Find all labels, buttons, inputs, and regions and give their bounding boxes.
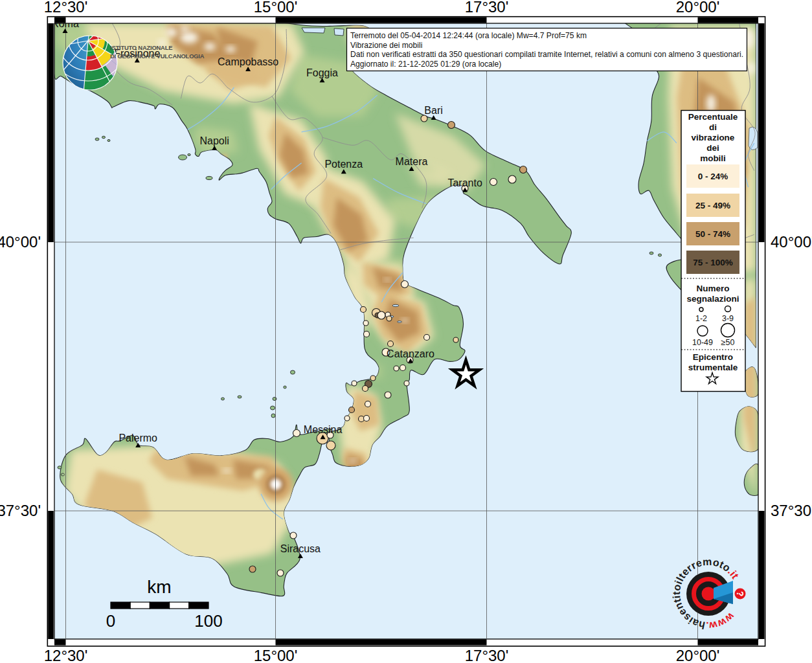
svg-text:Epicentro: Epicentro [693,352,733,362]
svg-text:≥50: ≥50 [721,338,735,347]
svg-text:0: 0 [106,611,115,631]
svg-text:Foggia: Foggia [306,67,338,78]
svg-text:0 - 24%: 0 - 24% [698,172,728,181]
svg-text:Vibrazione dei mobili: Vibrazione dei mobili [350,41,422,50]
svg-text:Potenza: Potenza [324,159,363,170]
svg-text:12°30': 12°30' [44,647,88,663]
svg-text:Siracusa: Siracusa [280,543,321,554]
svg-text:Matera: Matera [396,156,428,167]
svg-text:1-2: 1-2 [695,314,707,323]
svg-text:Terremoto del 05-04-2014 12:24: Terremoto del 05-04-2014 12:24:44 (ora l… [350,31,587,40]
svg-text:dei: dei [706,143,719,153]
svg-text:40°00': 40°00' [0,233,41,251]
svg-text:20°00': 20°00' [676,0,720,16]
svg-text:mobili: mobili [700,153,726,163]
svg-text:segnalazioni: segnalazioni [686,294,739,304]
svg-text:17°30': 17°30' [465,647,509,663]
svg-text:37°30': 37°30' [0,502,41,519]
svg-text:25 - 49%: 25 - 49% [695,201,730,210]
svg-text:12°30': 12°30' [44,0,88,16]
svg-text:37°30': 37°30' [771,502,812,519]
svg-text:DI GEOFISICA E VULCANOLOGIA: DI GEOFISICA E VULCANOLOGIA [110,52,205,60]
svg-text:50 - 74%: 50 - 74% [695,229,730,239]
svg-text:40°00': 40°00' [771,233,812,251]
svg-text:di: di [709,122,717,132]
svg-text:20°00': 20°00' [676,647,720,663]
svg-text:Campobasso: Campobasso [218,56,278,67]
svg-text:strumentale: strumentale [688,363,738,372]
svg-text:Aggiornato il: 21-12-2025 01:2: Aggiornato il: 21-12-2025 01:29 (ora loc… [350,60,501,69]
svg-text:15°00': 15°00' [254,647,298,663]
svg-text:Taranto: Taranto [447,177,482,188]
svg-text:Dati non verificati estratti d: Dati non verificati estratti da 350 ques… [350,50,743,59]
svg-text:vibrazione: vibrazione [692,133,735,142]
svg-text:10-49: 10-49 [692,338,713,347]
svg-text:100: 100 [194,611,222,631]
svg-text:Catanzaro: Catanzaro [387,348,434,359]
svg-text:3-9: 3-9 [722,314,734,323]
svg-text:Palermo: Palermo [118,433,157,444]
svg-text:km: km [147,577,171,597]
svg-text:15°00': 15°00' [254,0,298,16]
svg-text:17°30': 17°30' [465,0,509,16]
svg-text:Bari: Bari [424,105,442,116]
svg-text:Numero: Numero [696,284,729,293]
svg-text:Percentuale: Percentuale [688,112,738,122]
svg-text:Messina: Messina [304,424,343,435]
svg-text:ISTITUTO NAZIONALE: ISTITUTO NAZIONALE [110,44,172,51]
svg-text:?: ? [735,591,745,597]
svg-text:75 - 100%: 75 - 100% [693,258,733,267]
svg-text:Napoli: Napoli [200,135,229,146]
